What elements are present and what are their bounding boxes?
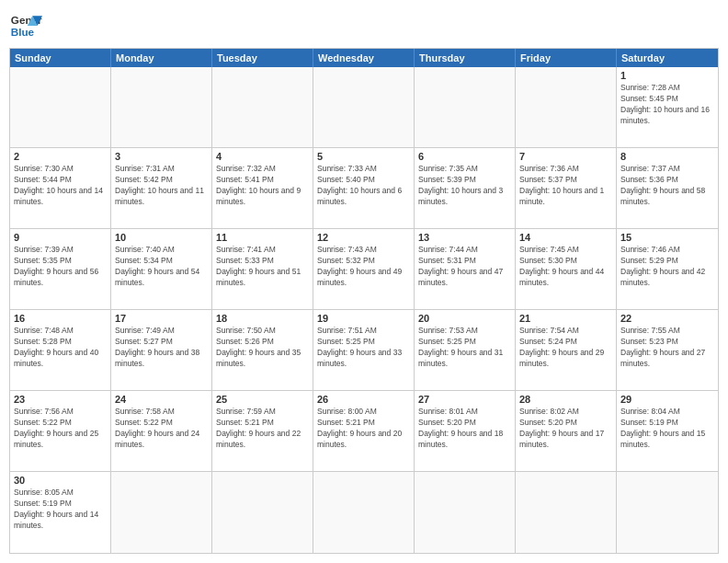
calendar-cell: 2Sunrise: 7:30 AM Sunset: 5:44 PM Daylig… bbox=[10, 148, 111, 229]
cell-sun-info: Sunrise: 7:58 AM Sunset: 5:22 PM Dayligh… bbox=[115, 407, 208, 451]
calendar-cell: 13Sunrise: 7:44 AM Sunset: 5:31 PM Dayli… bbox=[415, 229, 516, 310]
cell-date-number: 30 bbox=[14, 475, 107, 486]
cell-sun-info: Sunrise: 7:53 AM Sunset: 5:25 PM Dayligh… bbox=[418, 326, 511, 370]
calendar-cell: 11Sunrise: 7:41 AM Sunset: 5:33 PM Dayli… bbox=[212, 229, 313, 310]
cell-sun-info: Sunrise: 7:41 AM Sunset: 5:33 PM Dayligh… bbox=[216, 245, 309, 289]
calendar-cell bbox=[516, 67, 617, 148]
cell-date-number: 13 bbox=[418, 232, 511, 243]
calendar-cell: 3Sunrise: 7:31 AM Sunset: 5:42 PM Daylig… bbox=[111, 148, 212, 229]
calendar-grid: 1Sunrise: 7:28 AM Sunset: 5:45 PM Daylig… bbox=[10, 67, 718, 553]
calendar-cell: 16Sunrise: 7:48 AM Sunset: 5:28 PM Dayli… bbox=[10, 310, 111, 391]
calendar-cell bbox=[212, 67, 313, 148]
svg-text:Blue: Blue bbox=[11, 26, 35, 38]
cell-date-number: 19 bbox=[317, 313, 410, 324]
cell-sun-info: Sunrise: 8:02 AM Sunset: 5:20 PM Dayligh… bbox=[519, 407, 612, 451]
calendar-cell: 26Sunrise: 8:00 AM Sunset: 5:21 PM Dayli… bbox=[313, 391, 415, 472]
cell-date-number: 23 bbox=[14, 394, 107, 405]
cell-date-number: 20 bbox=[418, 313, 511, 324]
calendar-cell: 15Sunrise: 7:46 AM Sunset: 5:29 PM Dayli… bbox=[617, 229, 718, 310]
cell-sun-info: Sunrise: 7:48 AM Sunset: 5:28 PM Dayligh… bbox=[14, 326, 107, 370]
calendar-cell: 28Sunrise: 8:02 AM Sunset: 5:20 PM Dayli… bbox=[516, 391, 617, 472]
cell-sun-info: Sunrise: 7:55 AM Sunset: 5:23 PM Dayligh… bbox=[620, 326, 714, 370]
day-headers: Sunday Monday Tuesday Wednesday Thursday… bbox=[10, 49, 718, 67]
cell-sun-info: Sunrise: 8:04 AM Sunset: 5:19 PM Dayligh… bbox=[620, 407, 714, 451]
cell-sun-info: Sunrise: 8:05 AM Sunset: 5:19 PM Dayligh… bbox=[14, 488, 107, 532]
cell-date-number: 3 bbox=[115, 151, 208, 162]
cell-date-number: 15 bbox=[620, 232, 714, 243]
cell-date-number: 24 bbox=[115, 394, 208, 405]
calendar-cell: 6Sunrise: 7:35 AM Sunset: 5:39 PM Daylig… bbox=[415, 148, 516, 229]
calendar-cell: 1Sunrise: 7:28 AM Sunset: 5:45 PM Daylig… bbox=[617, 67, 718, 148]
cell-date-number: 26 bbox=[317, 394, 410, 405]
cell-date-number: 27 bbox=[418, 394, 511, 405]
cell-sun-info: Sunrise: 7:56 AM Sunset: 5:22 PM Dayligh… bbox=[14, 407, 107, 451]
cell-date-number: 2 bbox=[14, 151, 107, 162]
cell-sun-info: Sunrise: 7:43 AM Sunset: 5:32 PM Dayligh… bbox=[317, 245, 410, 289]
cell-date-number: 18 bbox=[216, 313, 309, 324]
cell-date-number: 25 bbox=[216, 394, 309, 405]
cell-sun-info: Sunrise: 7:50 AM Sunset: 5:26 PM Dayligh… bbox=[216, 326, 309, 370]
cell-date-number: 28 bbox=[519, 394, 612, 405]
cell-sun-info: Sunrise: 7:46 AM Sunset: 5:29 PM Dayligh… bbox=[620, 245, 714, 289]
page: General Blue Sunday Monday Tuesday Wedne… bbox=[0, 0, 728, 563]
calendar-cell: 21Sunrise: 7:54 AM Sunset: 5:24 PM Dayli… bbox=[516, 310, 617, 391]
cell-sun-info: Sunrise: 7:32 AM Sunset: 5:41 PM Dayligh… bbox=[216, 164, 309, 208]
calendar: Sunday Monday Tuesday Wednesday Thursday… bbox=[9, 48, 719, 554]
cell-date-number: 6 bbox=[418, 151, 511, 162]
calendar-cell: 10Sunrise: 7:40 AM Sunset: 5:34 PM Dayli… bbox=[111, 229, 212, 310]
calendar-cell: 4Sunrise: 7:32 AM Sunset: 5:41 PM Daylig… bbox=[212, 148, 313, 229]
cell-sun-info: Sunrise: 7:35 AM Sunset: 5:39 PM Dayligh… bbox=[418, 164, 511, 208]
calendar-cell: 30Sunrise: 8:05 AM Sunset: 5:19 PM Dayli… bbox=[10, 472, 111, 553]
calendar-cell bbox=[10, 67, 111, 148]
cell-date-number: 29 bbox=[620, 394, 714, 405]
calendar-cell bbox=[516, 472, 617, 553]
cell-date-number: 21 bbox=[519, 313, 612, 324]
calendar-cell: 5Sunrise: 7:33 AM Sunset: 5:40 PM Daylig… bbox=[313, 148, 415, 229]
cell-date-number: 22 bbox=[620, 313, 714, 324]
logo: General Blue bbox=[9, 9, 42, 42]
calendar-cell: 25Sunrise: 7:59 AM Sunset: 5:21 PM Dayli… bbox=[212, 391, 313, 472]
cell-date-number: 14 bbox=[519, 232, 612, 243]
calendar-cell: 29Sunrise: 8:04 AM Sunset: 5:19 PM Dayli… bbox=[617, 391, 718, 472]
cell-sun-info: Sunrise: 7:31 AM Sunset: 5:42 PM Dayligh… bbox=[115, 164, 208, 208]
calendar-cell: 12Sunrise: 7:43 AM Sunset: 5:32 PM Dayli… bbox=[313, 229, 415, 310]
cell-sun-info: Sunrise: 8:00 AM Sunset: 5:21 PM Dayligh… bbox=[317, 407, 410, 451]
header-sunday: Sunday bbox=[10, 49, 111, 67]
cell-date-number: 16 bbox=[14, 313, 107, 324]
header-friday: Friday bbox=[516, 49, 617, 67]
calendar-cell: 14Sunrise: 7:45 AM Sunset: 5:30 PM Dayli… bbox=[516, 229, 617, 310]
calendar-cell bbox=[313, 472, 415, 553]
calendar-cell bbox=[415, 67, 516, 148]
cell-sun-info: Sunrise: 7:40 AM Sunset: 5:34 PM Dayligh… bbox=[115, 245, 208, 289]
cell-date-number: 4 bbox=[216, 151, 309, 162]
calendar-cell: 8Sunrise: 7:37 AM Sunset: 5:36 PM Daylig… bbox=[617, 148, 718, 229]
header-saturday: Saturday bbox=[617, 49, 718, 67]
cell-sun-info: Sunrise: 7:39 AM Sunset: 5:35 PM Dayligh… bbox=[14, 245, 107, 289]
header-monday: Monday bbox=[111, 49, 212, 67]
cell-sun-info: Sunrise: 8:01 AM Sunset: 5:20 PM Dayligh… bbox=[418, 407, 511, 451]
header-thursday: Thursday bbox=[415, 49, 516, 67]
calendar-cell bbox=[617, 472, 718, 553]
cell-date-number: 5 bbox=[317, 151, 410, 162]
header-wednesday: Wednesday bbox=[313, 49, 415, 67]
cell-date-number: 12 bbox=[317, 232, 410, 243]
cell-date-number: 7 bbox=[519, 151, 612, 162]
cell-sun-info: Sunrise: 7:59 AM Sunset: 5:21 PM Dayligh… bbox=[216, 407, 309, 451]
cell-date-number: 11 bbox=[216, 232, 309, 243]
calendar-cell: 9Sunrise: 7:39 AM Sunset: 5:35 PM Daylig… bbox=[10, 229, 111, 310]
cell-sun-info: Sunrise: 7:37 AM Sunset: 5:36 PM Dayligh… bbox=[620, 164, 714, 208]
logo-icon: General Blue bbox=[9, 9, 42, 42]
cell-sun-info: Sunrise: 7:30 AM Sunset: 5:44 PM Dayligh… bbox=[14, 164, 107, 208]
calendar-cell: 20Sunrise: 7:53 AM Sunset: 5:25 PM Dayli… bbox=[415, 310, 516, 391]
calendar-cell: 18Sunrise: 7:50 AM Sunset: 5:26 PM Dayli… bbox=[212, 310, 313, 391]
cell-sun-info: Sunrise: 7:28 AM Sunset: 5:45 PM Dayligh… bbox=[620, 83, 714, 127]
header: General Blue bbox=[9, 9, 719, 42]
calendar-cell: 22Sunrise: 7:55 AM Sunset: 5:23 PM Dayli… bbox=[617, 310, 718, 391]
cell-sun-info: Sunrise: 7:36 AM Sunset: 5:37 PM Dayligh… bbox=[519, 164, 612, 208]
calendar-cell: 27Sunrise: 8:01 AM Sunset: 5:20 PM Dayli… bbox=[415, 391, 516, 472]
calendar-cell bbox=[111, 67, 212, 148]
cell-sun-info: Sunrise: 7:45 AM Sunset: 5:30 PM Dayligh… bbox=[519, 245, 612, 289]
cell-sun-info: Sunrise: 7:33 AM Sunset: 5:40 PM Dayligh… bbox=[317, 164, 410, 208]
cell-sun-info: Sunrise: 7:51 AM Sunset: 5:25 PM Dayligh… bbox=[317, 326, 410, 370]
calendar-cell bbox=[212, 472, 313, 553]
